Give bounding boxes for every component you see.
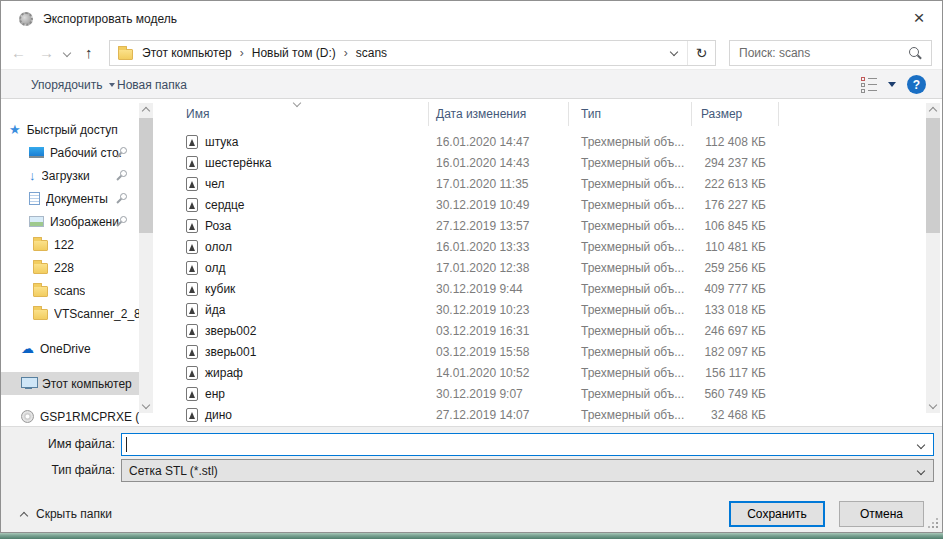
column-header-date[interactable]: Дата изменения: [436, 107, 526, 121]
scrollbar-thumb[interactable]: [139, 118, 153, 233]
filename-dropdown-chevron-icon[interactable]: [917, 440, 925, 448]
3d-object-icon: [186, 261, 198, 275]
sidebar-scrollbar[interactable]: [139, 103, 153, 413]
resize-grip[interactable]: [928, 518, 938, 528]
file-row[interactable]: шестерёнка16.01.2020 14:43Трехмерный объ…: [153, 153, 926, 174]
pin-icon: [116, 193, 127, 204]
breadcrumb-item[interactable]: Этот компьютер: [141, 46, 233, 60]
column-separator[interactable]: [691, 102, 692, 126]
file-row[interactable]: зверь00103.12.2019 15:58Трехмерный объ..…: [153, 342, 926, 363]
column-header-name[interactable]: Имя: [186, 107, 209, 121]
file-row[interactable]: дино27.12.2019 14:07Трехмерный объ...32 …: [153, 405, 926, 426]
scroll-down-icon[interactable]: [142, 401, 150, 409]
sidebar-item[interactable]: Рабочий сто.: [1, 141, 139, 164]
up-icon[interactable]: ↑: [85, 44, 93, 62]
column-separator[interactable]: [568, 102, 569, 126]
address-bar[interactable]: Этот компьютер›Новый том (D:)›scans ↻: [109, 40, 716, 66]
documents-icon: [29, 192, 40, 205]
file-size: 176 227 КБ: [623, 198, 766, 212]
column-header-size[interactable]: Размер: [701, 107, 742, 121]
address-dropdown-chevron-icon[interactable]: [670, 48, 678, 56]
help-icon[interactable]: ?: [907, 75, 926, 94]
3d-object-icon: [186, 219, 198, 233]
drive-icon: [21, 410, 34, 423]
chevron-up-icon: [20, 511, 28, 519]
sidebar-item[interactable]: Этот компьютер: [1, 372, 139, 395]
search-icon[interactable]: [908, 46, 923, 61]
sidebar-item[interactable]: ★Быстрый доступ: [1, 118, 139, 141]
file-row[interactable]: Роза27.12.2019 13:57Трехмерный объ...106…: [153, 216, 926, 237]
organize-label: Упорядочить: [31, 78, 102, 92]
filetype-select[interactable]: Сетка STL (*.stl): [121, 459, 934, 482]
file-row[interactable]: чел17.01.2020 11:35Трехмерный объ...222 …: [153, 174, 926, 195]
scroll-up-icon[interactable]: [929, 107, 937, 115]
3d-object-icon: [186, 135, 198, 149]
search-input[interactable]: [730, 46, 908, 60]
file-size: 560 749 КБ: [623, 387, 766, 401]
dialog-title: Экспортировать модель: [43, 12, 177, 26]
sidebar-item[interactable]: 122: [1, 233, 139, 256]
sidebar-item[interactable]: ↓Загрузки: [1, 164, 139, 187]
search-box: [729, 40, 932, 66]
file-size: 294 237 КБ: [623, 156, 766, 170]
scroll-up-icon[interactable]: [142, 107, 150, 115]
title-bar: Экспортировать модель ×: [1, 1, 942, 37]
sidebar-item[interactable]: scans: [1, 279, 139, 302]
file-row[interactable]: сердце30.12.2019 10:49Трехмерный объ...1…: [153, 195, 926, 216]
file-name: штука: [205, 135, 238, 149]
file-row[interactable]: кубик30.12.2019 9:44Трехмерный объ...409…: [153, 279, 926, 300]
sidebar-item[interactable]: 228: [1, 256, 139, 279]
breadcrumb-item[interactable]: scans: [355, 46, 388, 60]
save-button[interactable]: Сохранить: [729, 501, 825, 527]
file-row[interactable]: йда30.12.2019 10:23Трехмерный объ...133 …: [153, 300, 926, 321]
scrollbar-thumb[interactable]: [926, 118, 940, 233]
organize-dropdown-icon: [109, 83, 115, 87]
file-row[interactable]: жираф14.01.2020 10:52Трехмерный объ...15…: [153, 363, 926, 384]
cancel-button[interactable]: Отмена: [839, 501, 924, 527]
sidebar-item-label: VTScanner_2_8_3: [54, 307, 139, 321]
scroll-down-icon[interactable]: [929, 401, 937, 409]
3d-object-icon: [186, 345, 198, 359]
file-row[interactable]: олд17.01.2020 12:38Трехмерный объ...259 …: [153, 258, 926, 279]
file-list-scrollbar[interactable]: [926, 103, 940, 413]
file-row[interactable]: олол16.01.2020 13:33Трехмерный объ...110…: [153, 237, 926, 258]
refresh-icon[interactable]: ↻: [688, 45, 715, 61]
column-separator[interactable]: [778, 102, 779, 126]
filename-input[interactable]: [122, 438, 918, 452]
close-icon[interactable]: ×: [902, 4, 936, 32]
view-mode-dropdown-icon[interactable]: [888, 82, 896, 87]
view-mode-icon[interactable]: [861, 77, 877, 93]
star-icon: ★: [9, 123, 21, 136]
file-size: 110 481 КБ: [623, 240, 766, 254]
sidebar-item[interactable]: Документы: [1, 187, 139, 210]
sidebar-item[interactable]: VTScanner_2_8_3: [1, 302, 139, 325]
sidebar-item[interactable]: Изображени: [1, 210, 139, 233]
file-size: 112 408 КБ: [623, 135, 766, 149]
file-name: йда: [205, 303, 225, 317]
file-name: сердце: [205, 198, 245, 212]
column-separator[interactable]: [428, 102, 429, 126]
recent-locations-chevron-icon[interactable]: [63, 49, 71, 57]
file-row[interactable]: штука16.01.2020 14:47Трехмерный объ...11…: [153, 132, 926, 153]
sidebar-item[interactable]: ☁OneDrive: [1, 337, 139, 360]
column-header-type[interactable]: Тип: [581, 107, 601, 121]
hide-folders-button[interactable]: Скрыть папки: [21, 507, 112, 521]
sidebar-item[interactable]: GSP1RMCPRXE (F: [1, 405, 139, 426]
file-name: зверь001: [205, 345, 256, 359]
navigation-pane: ★Быстрый доступРабочий сто.↓ЗагрузкиДоку…: [1, 99, 153, 426]
new-folder-button[interactable]: Новая папка: [117, 78, 187, 92]
filetype-label: Тип файла:: [1, 463, 115, 477]
desktop-icon: [29, 147, 44, 158]
file-date: 17.01.2020 11:35: [436, 177, 529, 191]
organize-button[interactable]: Упорядочить: [31, 78, 115, 92]
back-icon[interactable]: ←: [11, 44, 26, 62]
file-date: 03.12.2019 15:58: [436, 345, 529, 359]
3d-object-icon: [186, 282, 198, 296]
forward-icon[interactable]: →: [39, 44, 54, 62]
3d-object-icon: [186, 156, 198, 170]
address-row: ← → ↑ Этот компьютер›Новый том (D:)›scan…: [1, 37, 942, 69]
file-row[interactable]: зверь00203.12.2019 16:31Трехмерный объ..…: [153, 321, 926, 342]
file-row[interactable]: енр30.12.2019 9:07Трехмерный объ...560 7…: [153, 384, 926, 405]
breadcrumb-item[interactable]: Новый том (D:): [251, 46, 337, 60]
file-name: кубик: [205, 282, 235, 296]
